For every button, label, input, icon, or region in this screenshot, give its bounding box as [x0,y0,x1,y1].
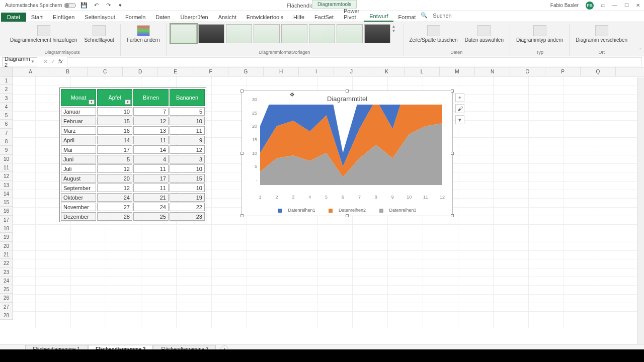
resize-handle[interactable] [451,89,454,93]
col-header-N[interactable]: N [475,67,510,76]
row-header-12[interactable]: 12 [0,172,13,180]
table-row[interactable]: Mai171412 [61,145,205,154]
chart-filter-button[interactable]: ▾ [455,115,464,124]
row-header-2[interactable]: 2 [0,85,13,94]
chart-plot-area[interactable]: -51015202530 [260,105,442,185]
row-header-15[interactable]: 15 [0,198,13,207]
table-row[interactable]: Juli121110 [61,164,205,173]
row-header-3[interactable]: 3 [0,94,13,103]
worksheet-grid[interactable]: 1234567891011121314151617181920212223242… [0,76,644,328]
resize-handle[interactable] [240,152,244,155]
col-header-D[interactable]: D [123,67,158,76]
toggle-switch-icon[interactable] [64,3,76,8]
table-row[interactable]: Januar1075 [61,107,205,116]
tab-ansicht[interactable]: Ansicht [213,13,242,22]
tab-formeln[interactable]: Formeln [120,13,150,22]
col-header-M[interactable]: M [440,67,475,76]
chart-style-thumb[interactable] [171,24,197,43]
add-chart-element-button[interactable]: Diagrammelement hinzufügen [8,24,79,44]
row-header-14[interactable]: 14 [0,190,13,198]
switch-row-col-button[interactable]: Zeile/Spalte tauschen [408,24,460,44]
row-header-28[interactable]: 28 [0,311,13,320]
chart-elements-button[interactable]: + [455,93,464,102]
chart-style-thumb[interactable] [364,24,390,43]
tab-entwurf[interactable]: Entwurf [364,12,393,22]
row-header-9[interactable]: 9 [0,146,13,154]
row-header-25[interactable]: 25 [0,285,13,294]
table-row[interactable]: August201715 [61,174,205,183]
resize-handle[interactable] [240,214,244,217]
table-row[interactable]: September121110 [61,184,205,192]
row-header-8[interactable]: 8 [0,137,13,146]
col-header-P[interactable]: P [545,67,581,76]
chart-style-thumb[interactable] [254,24,280,43]
minimize-icon[interactable]: — [612,3,617,8]
col-header-B[interactable]: B [48,67,88,76]
col-header-O[interactable]: O [510,67,545,76]
resize-handle[interactable] [346,214,349,217]
table-row[interactable]: April14119 [61,136,205,144]
col-header-I[interactable]: I [299,67,334,76]
chart-style-thumb[interactable] [281,24,307,43]
enter-icon[interactable]: ✓ [51,58,55,65]
col-header-C[interactable]: C [88,67,123,76]
tab-einfügen[interactable]: Einfügen [48,13,79,22]
tab-file[interactable]: Datei [1,13,26,22]
qat-dropdown-icon[interactable]: ▾ [117,3,123,9]
quick-layout-button[interactable]: Schnelllayout [82,24,116,44]
tab-factset[interactable]: FactSet [309,13,339,22]
tab-seitenlayout[interactable]: Seitenlayout [79,13,120,22]
col-header-L[interactable]: L [405,67,440,76]
chart-object[interactable]: Diagrammtitel -51015202530 1234567891011… [242,90,453,216]
select-data-button[interactable]: Daten auswählen [463,24,506,44]
table-row[interactable]: Oktober242119 [61,193,205,202]
change-colors-button[interactable]: Farben ändern [125,24,162,44]
row-header-21[interactable]: 21 [0,250,13,259]
chart-legend[interactable]: Datenreihen1 Datenreihen2 Datenreihen3 [242,208,452,213]
tab-format[interactable]: Format [393,13,421,22]
row-header-24[interactable]: 24 [0,277,13,285]
table-row[interactable]: Februar151210 [61,117,205,125]
table-header[interactable]: Birnen [133,89,169,106]
col-header-H[interactable]: H [264,67,299,76]
undo-icon[interactable]: ↶ [93,3,99,9]
autosave-toggle[interactable]: Automatisches Speichern [5,3,76,8]
row-header-16[interactable]: 16 [0,207,13,215]
table-row[interactable]: November272422 [61,203,205,211]
row-header-4[interactable]: 4 [0,103,13,111]
resize-handle[interactable] [451,152,454,155]
table-header[interactable]: Monat▾ [61,89,96,106]
resize-handle[interactable] [240,89,244,93]
row-header-11[interactable]: 11 [0,163,13,172]
row-header-13[interactable]: 13 [0,181,13,190]
gallery-more-icon[interactable]: ▲▼ [392,24,399,33]
filter-icon[interactable]: ▾ [125,100,131,105]
row-header-20[interactable]: 20 [0,242,13,250]
table-row[interactable]: Dezember282523 [61,212,205,221]
chevron-down-icon[interactable]: ▼ [31,59,35,64]
table-row[interactable]: März161311 [61,126,205,135]
tab-daten[interactable]: Daten [150,13,175,22]
tab-entwicklertools[interactable]: Entwicklertools [242,13,288,22]
row-header-23[interactable]: 23 [0,268,13,277]
row-header-5[interactable]: 5 [0,111,13,120]
col-header-Q[interactable]: Q [581,67,616,76]
search-icon[interactable]: 🔍 [421,12,428,19]
row-header-18[interactable]: 18 [0,224,13,233]
col-header-K[interactable]: K [369,67,405,76]
fx-icon[interactable]: fx [58,58,63,65]
row-header-19[interactable]: 19 [0,233,13,241]
change-chart-type-button[interactable]: Diagrammtyp ändern [514,24,565,44]
table-header[interactable]: Bananen [170,89,205,106]
col-header-G[interactable]: G [228,67,264,76]
formula-input[interactable] [67,57,642,66]
col-header-A[interactable]: A [13,67,48,76]
row-header-26[interactable]: 26 [0,294,13,302]
filter-icon[interactable]: ▾ [89,100,95,105]
close-icon[interactable]: ✕ [636,3,640,8]
table-header[interactable]: Äpfel▾ [97,89,132,106]
save-icon[interactable]: 💾 [81,3,87,9]
cancel-icon[interactable]: ✕ [43,58,48,65]
row-header-22[interactable]: 22 [0,259,13,267]
col-header-E[interactable]: E [158,67,193,76]
